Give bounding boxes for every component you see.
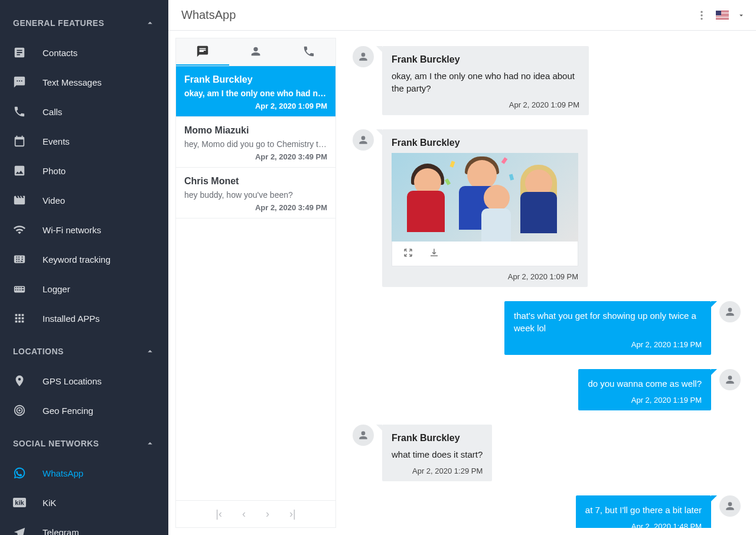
sidebar-item-label: Contacts <box>43 48 77 58</box>
message-text: do you wanna come as well? <box>588 377 702 390</box>
sidebar-item-wifi[interactable]: Wi-Fi networks <box>0 215 168 244</box>
message-time: Apr 2, 2020 1:09 PM <box>392 272 578 281</box>
avatar <box>719 369 741 390</box>
sidebar-item-whatsapp[interactable]: WhatsApp <box>0 458 168 488</box>
wifi-icon <box>13 223 26 236</box>
chatlist-tabs <box>176 38 335 66</box>
more-icon[interactable] <box>696 9 708 21</box>
target-icon <box>13 404 26 417</box>
avatar <box>353 129 374 151</box>
logger-icon <box>13 282 26 295</box>
avatar <box>353 425 374 446</box>
pager-next-icon[interactable]: › <box>266 508 269 520</box>
chat-preview: okay, am I the only one who had no ide… <box>184 89 327 98</box>
svg-point-3 <box>700 11 702 12</box>
video-icon <box>13 194 26 207</box>
sidebar-item-label: Installed APPs <box>43 314 100 324</box>
chevron-up-icon <box>145 346 155 357</box>
pin-icon <box>13 374 26 387</box>
sidebar-item-video[interactable]: Video <box>0 185 168 215</box>
chat-item[interactable]: Chris Monet hey buddy, how you've been? … <box>176 168 335 218</box>
side-section-general: GENERAL FEATURES Contacts Text Messages … <box>0 11 168 333</box>
sidebar-item-keyword[interactable]: Keyword tracking <box>0 244 168 274</box>
sidebar-item-contacts[interactable]: Contacts <box>0 38 168 67</box>
message-time: Apr 2, 2020 1:09 PM <box>392 100 579 109</box>
tab-calls[interactable] <box>282 38 335 66</box>
pager-last-icon[interactable]: ›| <box>289 508 296 520</box>
tab-contacts[interactable] <box>229 38 282 66</box>
side-header-locations[interactable]: LOCATIONS <box>0 339 168 366</box>
download-icon[interactable] <box>429 247 439 260</box>
sidebar-item-kik[interactable]: kikKiK <box>0 488 168 517</box>
pager-first-icon[interactable]: |‹ <box>216 508 222 520</box>
message-bubble: do you wanna come as well? Apr 2, 2020 1… <box>578 369 711 410</box>
message-time: Apr 2, 2020 1:19 PM <box>588 396 702 404</box>
message-row-in: Frank Burckley <box>353 129 741 287</box>
phone-icon <box>302 45 315 58</box>
side-header-label: SOCIAL NETWORKS <box>13 439 99 448</box>
message-sender: Frank Burckley <box>392 433 483 443</box>
topbar-right <box>696 9 745 21</box>
kik-icon: kik <box>13 496 26 509</box>
avatar <box>719 301 741 322</box>
sidebar-item-label: Video <box>43 195 65 205</box>
sms-icon <box>13 76 26 89</box>
whatsapp-icon <box>13 467 26 479</box>
message-bubble: that's what you get for showing up only … <box>504 301 711 355</box>
topbar: WhatsApp <box>168 0 756 31</box>
sidebar-item-photo[interactable]: Photo <box>0 156 168 185</box>
chat-name: Chris Monet <box>184 176 327 187</box>
message-bubble: Frank Burckley what time does it start? … <box>382 425 492 481</box>
message-time: Apr 2, 2020 1:48 PM <box>585 522 702 528</box>
avatar <box>353 46 374 67</box>
sidebar-item-logger[interactable]: Logger <box>0 274 168 304</box>
message-row-in: Frank Burckley what time does it start? … <box>353 425 741 481</box>
chat-time: Apr 2, 2020 3:49 PM <box>184 152 327 161</box>
chat-item[interactable]: Momo Miazuki hey, Momo did you go to Che… <box>176 117 335 168</box>
message-bubble: Frank Burckley <box>382 129 588 287</box>
chevron-up-icon <box>145 18 155 28</box>
message-row-out: do you wanna come as well? Apr 2, 2020 1… <box>353 369 741 410</box>
messages-icon <box>196 45 209 58</box>
sidebar-item-label: Keyword tracking <box>43 255 110 265</box>
sidebar-item-label: Geo Fencing <box>43 406 93 416</box>
attachment <box>392 153 578 266</box>
person-icon <box>249 45 262 58</box>
flag-us-icon[interactable] <box>716 11 729 19</box>
avatar <box>719 495 741 517</box>
telegram-icon <box>13 526 26 535</box>
sidebar-item-calls[interactable]: Calls <box>0 97 168 126</box>
side-header-label: GENERAL FEATURES <box>13 18 105 28</box>
sidebar-item-events[interactable]: Events <box>0 126 168 156</box>
expand-icon[interactable] <box>403 247 413 260</box>
sidebar-item-gps[interactable]: GPS Locations <box>0 366 168 396</box>
event-icon <box>13 135 26 148</box>
sidebar-item-label: KiK <box>43 498 56 508</box>
pager-prev-icon[interactable]: ‹ <box>242 508 246 520</box>
attachment-image <box>392 153 578 242</box>
call-icon <box>13 105 26 118</box>
sidebar-item-label: Photo <box>43 166 66 176</box>
sidebar-item-text-messages[interactable]: Text Messages <box>0 67 168 97</box>
message-text: at 7, but I'll go there a bit later <box>585 504 702 516</box>
side-header-social[interactable]: SOCIAL NETWORKS <box>0 431 168 458</box>
sidebar-item-geofencing[interactable]: Geo Fencing <box>0 396 168 425</box>
svg-point-4 <box>700 14 702 16</box>
sidebar-item-apps[interactable]: Installed APPs <box>0 304 168 333</box>
tab-messages[interactable] <box>176 38 229 66</box>
sidebar-item-label: WhatsApp <box>43 468 83 478</box>
chatlist: Frank Burckley okay, am I the only one w… <box>175 38 336 528</box>
message-time: Apr 2, 2020 1:19 PM <box>514 340 702 349</box>
message-text: that's what you get for showing up only … <box>514 309 702 334</box>
sidebar-item-label: Calls <box>43 107 62 117</box>
main: WhatsApp Frank Burckley okay, am I the o… <box>168 0 756 535</box>
content: Frank Burckley okay, am I the only one w… <box>168 31 756 535</box>
chevron-down-icon[interactable] <box>737 11 745 19</box>
chat-name: Momo Miazuki <box>184 125 327 136</box>
sidebar-item-telegram[interactable]: Telegram <box>0 517 168 535</box>
svg-point-5 <box>700 18 702 19</box>
message-row-out: that's what you get for showing up only … <box>353 301 741 355</box>
sidebar-item-label: Logger <box>43 284 70 294</box>
side-header-general[interactable]: GENERAL FEATURES <box>0 11 168 38</box>
chat-item[interactable]: Frank Burckley okay, am I the only one w… <box>176 66 335 117</box>
